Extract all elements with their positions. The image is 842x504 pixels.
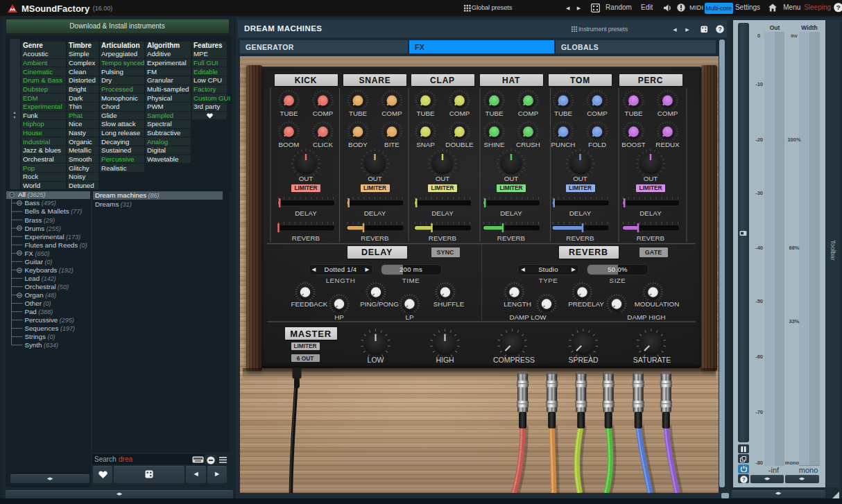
svg-text:?: ? [836,4,840,12]
svg-text:?: ? [742,476,746,483]
svg-text:?: ? [718,26,721,33]
